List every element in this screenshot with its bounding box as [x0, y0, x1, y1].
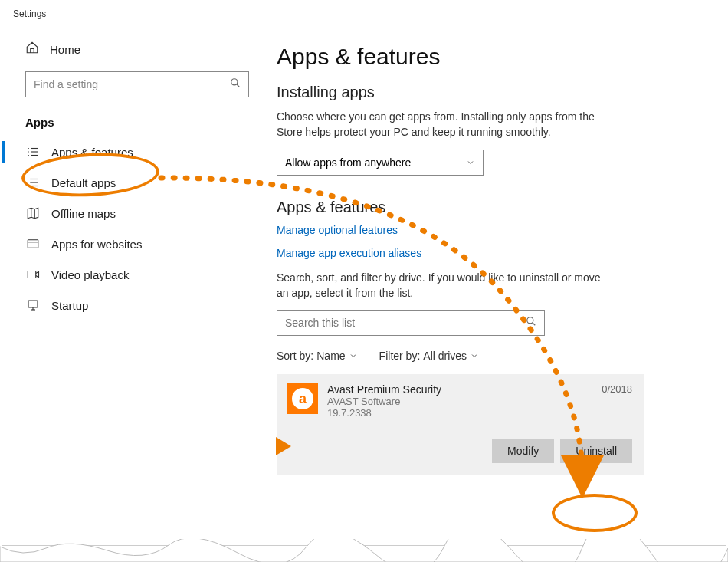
- chevron-down-icon: [349, 351, 358, 360]
- settings-search[interactable]: [25, 71, 249, 97]
- svg-line-1: [237, 84, 240, 87]
- app-version: 19.7.2338: [327, 407, 592, 419]
- installing-desc: Choose where you can get apps from. Inst…: [277, 109, 614, 140]
- modify-button[interactable]: Modify: [492, 439, 554, 463]
- filter-by[interactable]: Filter by: All drives: [379, 350, 479, 362]
- list-icon: [25, 145, 41, 159]
- video-icon: [25, 268, 41, 281]
- manage-optional-link[interactable]: Manage optional features: [277, 224, 703, 236]
- nav-apps-features[interactable]: Apps & features: [2, 136, 263, 167]
- home-icon: [25, 41, 39, 58]
- nav-default-apps[interactable]: Default apps: [2, 167, 263, 198]
- home-label: Home: [50, 43, 80, 56]
- nav-label: Startup: [51, 299, 88, 312]
- websites-icon: [25, 237, 41, 251]
- nav-startup[interactable]: Startup: [2, 290, 263, 320]
- search-icon: [526, 316, 536, 330]
- nav-label: Video playback: [51, 268, 129, 281]
- app-date: 0/2018: [602, 383, 632, 395]
- nav-label: Apps & features: [51, 146, 133, 159]
- search-icon: [230, 77, 241, 91]
- app-info: Avast Premium Security AVAST Software 19…: [327, 383, 592, 419]
- app-head: a Avast Premium Security AVAST Software …: [287, 383, 632, 419]
- app-list-item[interactable]: a Avast Premium Security AVAST Software …: [277, 374, 644, 475]
- chevron-down-icon: [470, 351, 479, 360]
- sort-value: Name: [316, 350, 345, 362]
- filter-desc: Search, sort, and filter by drive. If yo…: [277, 270, 614, 301]
- uninstall-button[interactable]: Uninstall: [560, 439, 632, 463]
- installing-heading: Installing apps: [277, 84, 703, 101]
- settings-search-input[interactable]: [34, 78, 230, 90]
- nav-label: Offline maps: [51, 207, 116, 220]
- app-publisher: AVAST Software: [327, 396, 592, 407]
- app-list-search-input[interactable]: [285, 317, 526, 329]
- sidebar: Home Apps Apps & features Default: [2, 25, 263, 545]
- svg-point-20: [527, 317, 533, 324]
- svg-point-0: [231, 79, 238, 85]
- app-list-search[interactable]: [277, 310, 545, 336]
- svg-rect-16: [28, 271, 36, 278]
- filter-label: Filter by:: [379, 350, 421, 362]
- app-icon: a: [287, 383, 318, 414]
- sort-filter-row: Sort by: Name Filter by: All drives: [277, 350, 703, 362]
- defaults-icon: [25, 176, 41, 189]
- svg-rect-17: [28, 301, 38, 307]
- sort-label: Sort by:: [277, 350, 313, 362]
- sort-by[interactable]: Sort by: Name: [277, 350, 358, 362]
- map-icon: [25, 206, 41, 220]
- filter-value: All drives: [423, 350, 467, 362]
- dropdown-value: Allow apps from anywhere: [285, 156, 411, 169]
- content-area: Home Apps Apps & features Default: [2, 25, 726, 545]
- nav-label: Apps for websites: [51, 238, 142, 251]
- app-buttons: Modify Uninstall: [287, 439, 632, 463]
- main-panel: Apps & features Installing apps Choose w…: [263, 25, 726, 545]
- nav-label: Default apps: [51, 176, 116, 189]
- category-label: Apps: [2, 111, 263, 136]
- avast-icon: a: [292, 388, 313, 409]
- settings-window: Settings Home Apps Apps & f: [2, 2, 726, 546]
- page-heading: Apps & features: [277, 44, 703, 70]
- chevron-down-icon: [466, 158, 475, 167]
- nav-video-playback[interactable]: Video playback: [2, 259, 263, 290]
- home-button[interactable]: Home: [2, 35, 263, 67]
- svg-line-21: [533, 323, 536, 326]
- manage-aliases-link[interactable]: Manage app execution aliases: [277, 247, 703, 259]
- nav-apps-websites[interactable]: Apps for websites: [2, 228, 263, 259]
- nav-offline-maps[interactable]: Offline maps: [2, 198, 263, 228]
- window-title: Settings: [2, 2, 726, 25]
- apps-subheading: Apps & features: [277, 199, 703, 216]
- install-source-dropdown[interactable]: Allow apps from anywhere: [277, 150, 484, 176]
- app-name: Avast Premium Security: [327, 383, 592, 396]
- startup-icon: [25, 298, 41, 312]
- svg-rect-14: [28, 240, 38, 248]
